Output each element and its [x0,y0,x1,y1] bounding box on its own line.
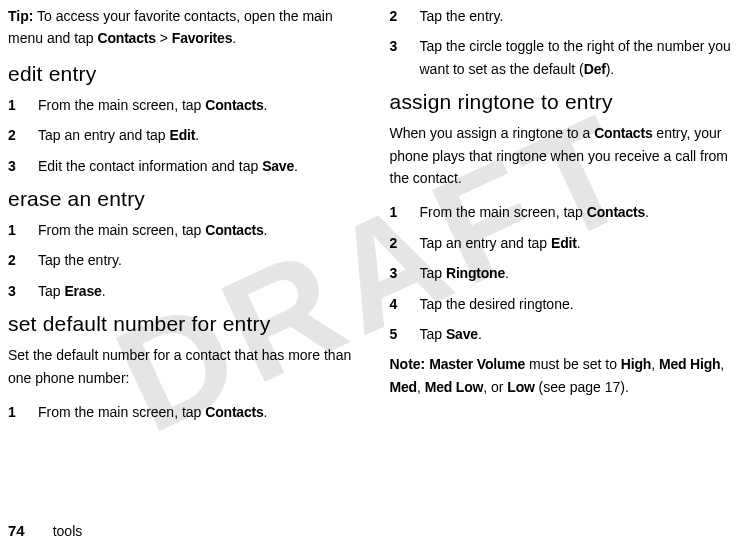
steps-set-default-cont: 2 Tap the entry. 3 Tap the circle toggle… [390,5,746,80]
txt-post: ). [606,61,615,77]
step-text: Tap the entry. [420,5,746,27]
steps-erase-entry: 1 From the main screen, tap Contacts. 2 … [8,219,364,302]
step: 1 From the main screen, tap Contacts. [8,94,364,116]
period: . [195,127,199,143]
step-text: From the main screen, tap Contacts. [38,94,364,116]
step-text: Tap Ringtone. [420,262,746,284]
step-number: 3 [8,155,38,177]
step-number: 1 [8,219,38,241]
sep: , [417,379,425,395]
heading-assign-ringtone: assign ringtone to entry [390,90,746,114]
period: . [102,283,106,299]
note-label: Note: [390,356,426,372]
txt-part: From the main screen, tap [38,404,205,420]
ringtone-intro: When you assign a ringtone to a Contacts… [390,122,746,189]
step-number: 5 [390,323,420,345]
page-content: Tip: To access your favorite contacts, o… [0,0,753,510]
sep: , or [483,379,507,395]
right-column: 2 Tap the entry. 3 Tap the circle toggle… [390,5,746,510]
period: . [264,222,268,238]
step-text: Tap an entry and tap Edit. [38,124,364,146]
bold-save: Save [262,158,294,174]
txt-part: Edit the contact information and tap [38,158,262,174]
bold-contacts: Contacts [587,204,645,220]
step: 2 Tap an entry and tap Edit. [390,232,746,254]
step-number: 2 [8,249,38,271]
steps-set-default: 1 From the main screen, tap Contacts. [8,401,364,423]
bold-edit: Edit [551,235,577,251]
tip-period: . [232,30,236,46]
footer-label: tools [53,523,83,539]
sep: , [651,356,659,372]
step-number: 1 [390,201,420,223]
step: 4 Tap the desired ringtone. [390,293,746,315]
txt-part: From the main screen, tap [38,97,205,113]
txt-part: Tap an entry and tap [38,127,170,143]
tip-path-contacts: Contacts [98,30,156,46]
step-text: Tap Erase. [38,280,364,302]
period: . [505,265,509,281]
tip-path-favorites: Favorites [172,30,232,46]
step-text: From the main screen, tap Contacts. [38,401,364,423]
step-text: Tap an entry and tap Edit. [420,232,746,254]
step: 3 Tap the circle toggle to the right of … [390,35,746,80]
intro-pre: When you assign a ringtone to a [390,125,595,141]
txt-part: From the main screen, tap [420,204,587,220]
bold-contacts: Contacts [205,222,263,238]
txt-part: Tap [420,265,446,281]
step: 3 Tap Erase. [8,280,364,302]
step-number: 3 [390,35,420,57]
step-number: 2 [390,232,420,254]
txt-part: Tap [420,326,446,342]
txt-part: Tap the circle toggle to the right of th… [420,38,731,76]
bold-med-low: Med Low [425,379,483,395]
txt-part: Tap [38,283,64,299]
step-number: 2 [390,5,420,27]
bold-erase: Erase [64,283,101,299]
note-paragraph: Note: Master Volume must be set to High,… [390,353,746,398]
note-mid: must be set to [525,356,621,372]
heading-edit-entry: edit entry [8,62,364,86]
period: . [264,97,268,113]
step-text: From the main screen, tap Contacts. [420,201,746,223]
step: 1 From the main screen, tap Contacts. [8,219,364,241]
bold-med: Med [390,379,417,395]
page-number: 74 [8,522,25,539]
step: 3 Edit the contact information and tap S… [8,155,364,177]
step: 1 From the main screen, tap Contacts. [390,201,746,223]
step-number: 1 [8,401,38,423]
bold-def: Def [584,61,606,77]
bold-med-high: Med High [659,356,720,372]
heading-erase-entry: erase an entry [8,187,364,211]
period: . [294,158,298,174]
bold-contacts: Contacts [205,97,263,113]
step-number: 1 [8,94,38,116]
bold-ringtone: Ringtone [446,265,505,281]
step: 2 Tap an entry and tap Edit. [8,124,364,146]
steps-edit-entry: 1 From the main screen, tap Contacts. 2 … [8,94,364,177]
bold-edit: Edit [170,127,196,143]
bold-contacts: Contacts [205,404,263,420]
step-text: Edit the contact information and tap Sav… [38,155,364,177]
step: 2 Tap the entry. [8,249,364,271]
note-post: (see page 17). [535,379,629,395]
sep: , [720,356,724,372]
tip-paragraph: Tip: To access your favorite contacts, o… [8,5,364,50]
left-column: Tip: To access your favorite contacts, o… [8,5,364,510]
bold-high: High [621,356,651,372]
tip-label: Tip: [8,8,33,24]
steps-ringtone: 1 From the main screen, tap Contacts. 2 … [390,201,746,345]
tip-path-sep: > [156,30,172,46]
step-text: Tap the entry. [38,249,364,271]
heading-set-default: set default number for entry [8,312,364,336]
step: 5 Tap Save. [390,323,746,345]
step-number: 2 [8,124,38,146]
step-number: 3 [390,262,420,284]
step-text: Tap the desired ringtone. [420,293,746,315]
step-text: Tap Save. [420,323,746,345]
txt-part: Tap an entry and tap [420,235,552,251]
step: 2 Tap the entry. [390,5,746,27]
period: . [645,204,649,220]
period: . [478,326,482,342]
period: . [577,235,581,251]
